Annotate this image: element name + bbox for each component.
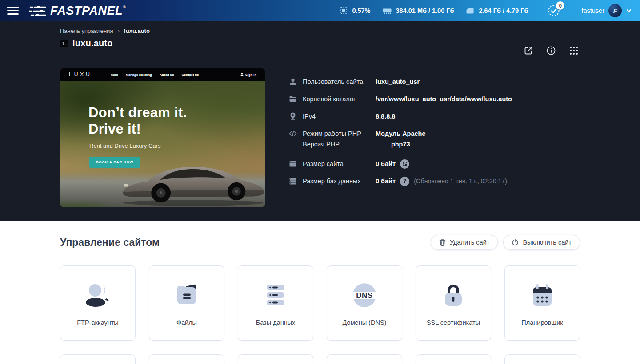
site-management-section: Управление сайтом Удалить сайт Выключить…	[0, 221, 640, 364]
disk-icon	[465, 6, 475, 15]
cpu-stat: 0.57%	[339, 6, 370, 15]
page-title: luxu.auto	[72, 38, 113, 48]
preview-navbar: LUXU Cars Manage booking About us Contac…	[60, 68, 265, 81]
card-ssl-certificates[interactable]: SSL сертификаты	[416, 265, 491, 341]
topbar-divider	[537, 5, 537, 16]
username: fastuser	[581, 7, 604, 14]
info-value: 0 байт	[376, 176, 396, 186]
domains-dns-icon: DNS	[350, 279, 379, 311]
notifications-button[interactable]: 0	[546, 3, 561, 18]
info-label: Размер баз данных	[303, 176, 376, 186]
cpu-value: 0.57%	[352, 7, 370, 14]
preview-site-logo: LUXU	[69, 71, 92, 78]
breadcrumb: Панель управления › luxu.auto	[60, 28, 580, 34]
user-menu[interactable]: fastuser F	[581, 4, 632, 17]
preview-signin: Sign in	[240, 73, 256, 77]
card-ftp-accounts[interactable]: FTP-аккаунты	[60, 265, 136, 341]
card-placeholder[interactable]	[238, 354, 313, 364]
refresh-icon[interactable]	[400, 159, 409, 169]
info-label: Корневой каталог	[303, 94, 376, 104]
cpu-icon	[339, 6, 348, 15]
info-label: Размер сайта	[303, 159, 376, 169]
open-site-external-icon[interactable]	[524, 46, 533, 55]
card-scheduler[interactable]: Планировщик	[504, 265, 580, 341]
site-size-icon	[288, 159, 297, 168]
svg-text:DNS: DNS	[356, 291, 372, 300]
disk-value: 2.64 Гб / 4.79 Гб	[479, 7, 528, 14]
breadcrumb-site: luxu.auto	[124, 28, 150, 34]
ssl-certificates-icon	[439, 279, 468, 311]
info-label: Режим работы PHP	[303, 129, 376, 138]
fastpanel-sliders-icon	[29, 4, 46, 17]
card-label: Планировщик	[521, 319, 563, 326]
card-placeholder[interactable]	[504, 354, 580, 364]
info-row-user: Пользователь сайта luxu_auto_usr	[288, 77, 580, 87]
topbar: FASTPANEL® 0.57% 384.01 Мб / 1.00 Гб 2.6…	[0, 0, 640, 21]
card-label: Базы данных	[256, 319, 296, 326]
preview-nav-booking: Manage booking	[126, 73, 152, 77]
memory-value: 384.01 Мб / 1.00 Гб	[396, 7, 454, 14]
card-placeholder[interactable]	[60, 354, 136, 364]
site-info-list: Пользователь сайта luxu_auto_usr Корнево…	[288, 68, 580, 207]
card-databases[interactable]: Базы данных	[238, 265, 313, 341]
chevron-down-icon	[626, 8, 632, 14]
card-domains-dns[interactable]: DNS Домены (DNS)	[327, 265, 402, 341]
user-icon	[288, 77, 297, 86]
person-mini-icon	[240, 73, 244, 76]
location-icon	[288, 111, 297, 121]
info-value: php73	[391, 139, 410, 149]
scheduler-icon	[528, 279, 556, 311]
site-favicon: L	[60, 40, 68, 47]
info-value: /var/www/luxu_auto_usr/data/www/luxu.aut…	[376, 94, 512, 104]
memory-stat: 384.01 Мб / 1.00 Гб	[382, 6, 454, 15]
preview-cta-button: BOOK A CAR NOW	[89, 157, 140, 168]
info-row-db-size: Размер баз данных 0 байт ? (Обновлено 1 …	[288, 176, 580, 186]
page-header: Панель управления › luxu.auto L luxu.aut…	[0, 21, 640, 55]
card-placeholder[interactable]	[149, 354, 224, 364]
info-row-root-dir: Корневой каталог /var/www/luxu_auto_usr/…	[288, 94, 580, 104]
user-avatar: F	[608, 4, 622, 17]
preview-nav-cars: Cars	[111, 73, 118, 77]
card-files[interactable]: Файлы	[149, 265, 224, 341]
server-stats: 0.57% 384.01 Мб / 1.00 Гб 2.64 Гб / 4.79…	[339, 6, 528, 15]
folder-icon	[288, 94, 297, 103]
site-overview-section: LUXU Cars Manage booking About us Contac…	[0, 55, 640, 221]
power-icon	[512, 239, 519, 246]
preview-screenshot: Don’t dream it. Drive it! Rent and Drive…	[60, 81, 265, 207]
card-label: Файлы	[176, 319, 197, 326]
menu-icon[interactable]	[0, 0, 26, 21]
info-value: Модуль Apache	[376, 129, 426, 138]
info-icon[interactable]	[546, 46, 556, 55]
code-icon	[288, 129, 297, 138]
ftp-accounts-icon	[83, 279, 112, 311]
info-row-site-size: Размер сайта 0 байт	[288, 159, 580, 169]
info-row-ipv4: IPv4 8.8.8.8	[288, 111, 580, 121]
section-title: Управление сайтом	[60, 237, 160, 249]
brand-logo[interactable]: FASTPANEL®	[29, 4, 126, 17]
notifications-count-badge: 0	[556, 1, 564, 10]
preview-subheading: Rent and Drive Luxury Cars	[89, 142, 160, 149]
database-icon	[288, 176, 297, 186]
delete-site-button[interactable]: Удалить сайт	[431, 235, 498, 250]
topbar-divider-2	[572, 5, 572, 16]
card-label: FTP-аккаунты	[77, 319, 119, 326]
card-label: SSL сертификаты	[427, 319, 480, 326]
info-label: Версия PHP	[303, 139, 376, 149]
brand-name: FASTPANEL®	[50, 4, 126, 17]
disable-site-button[interactable]: Выключить сайт	[503, 235, 580, 250]
card-placeholder[interactable]	[327, 354, 402, 364]
help-icon[interactable]: ?	[400, 177, 409, 186]
info-value: luxu_auto_usr	[376, 77, 420, 87]
info-value: 0 байт	[376, 159, 396, 169]
preview-heading: Don’t dream it. Drive it!	[88, 104, 187, 137]
breadcrumb-control-panel[interactable]: Панель управления	[60, 28, 113, 34]
site-preview-image: LUXU Cars Manage booking About us Contac…	[60, 68, 265, 207]
management-cards-row2	[60, 354, 580, 364]
preview-nav-contact: Contact us	[181, 73, 199, 77]
apps-grid-icon[interactable]	[569, 46, 579, 55]
info-label: IPv4	[303, 111, 376, 121]
disk-stat: 2.64 Гб / 4.79 Гб	[465, 6, 528, 15]
info-row-php: Режим работы PHP Версия PHP Модуль Apach…	[288, 129, 580, 149]
databases-icon	[261, 279, 290, 311]
card-placeholder[interactable]	[416, 354, 491, 364]
